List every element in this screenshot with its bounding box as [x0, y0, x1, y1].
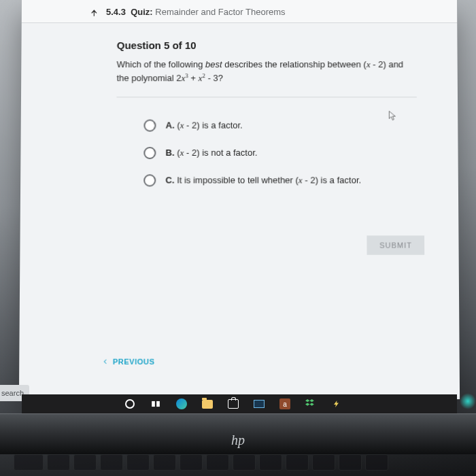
- key: [339, 454, 362, 471]
- dropbox-icon[interactable]: [305, 398, 317, 410]
- options-list: A. (x - 2) is a factor. B. (x - 2) is no…: [143, 119, 417, 186]
- prompt-tail: - 3?: [205, 73, 223, 84]
- option-c-letter: C.: [165, 175, 174, 185]
- key: [233, 454, 256, 471]
- key: [14, 454, 44, 471]
- quiz-header: 5.4.3 Quiz: Remainder and Factor Theorem…: [22, 0, 457, 23]
- question-number: Question 5 of 10: [117, 39, 417, 51]
- key: [365, 454, 388, 471]
- radio-a[interactable]: [143, 119, 156, 131]
- taskbar: a: [22, 394, 457, 413]
- key: [259, 454, 282, 471]
- previous-label: PREVIOUS: [113, 358, 155, 366]
- option-a-label: A. (x - 2) is a factor.: [166, 120, 243, 131]
- back-icon[interactable]: [90, 8, 99, 18]
- opt-b-post: - 2) is not a factor.: [184, 147, 257, 157]
- key: [180, 454, 203, 471]
- previous-link[interactable]: PREVIOUS: [102, 358, 155, 366]
- submit-button[interactable]: SUBMIT: [367, 235, 424, 254]
- key: [126, 454, 150, 471]
- option-b-label: B. (x - 2) is not a factor.: [165, 147, 257, 158]
- key: [153, 454, 176, 471]
- divider: [116, 97, 416, 97]
- prompt-text-2: describes the relationship between (: [222, 59, 367, 69]
- section-number: 5.4.3: [106, 7, 126, 17]
- header-title: 5.4.3 Quiz: Remainder and Factor Theorem…: [106, 7, 286, 17]
- folder-icon[interactable]: [201, 398, 214, 410]
- key: [312, 454, 335, 471]
- svg-rect-1: [156, 401, 160, 407]
- arrow-left-icon: [102, 358, 109, 365]
- key: [47, 454, 70, 471]
- opt-c-pre: It is impossible to tell whether (: [177, 175, 299, 185]
- store-icon[interactable]: [227, 398, 239, 410]
- opt-a-post: - 2) is a factor.: [184, 120, 242, 130]
- radio-c[interactable]: [143, 174, 156, 186]
- cortana-icon[interactable]: [124, 398, 136, 410]
- hp-logo: hp: [224, 426, 252, 454]
- key: [100, 454, 123, 471]
- prompt-text-1: Which of the following: [117, 59, 205, 69]
- svg-rect-0: [152, 401, 155, 407]
- notification-glow-icon: [460, 393, 476, 409]
- amazon-icon[interactable]: a: [279, 398, 291, 410]
- edge-icon[interactable]: [175, 398, 188, 410]
- option-b[interactable]: B. (x - 2) is not a factor.: [143, 146, 417, 158]
- quiz-label: Quiz:: [131, 7, 153, 17]
- key: [286, 454, 309, 471]
- mail-icon[interactable]: [253, 398, 265, 410]
- option-a-letter: A.: [166, 120, 175, 130]
- keyboard: [14, 454, 462, 476]
- option-a[interactable]: A. (x - 2) is a factor.: [143, 119, 417, 131]
- laptop-base: hp: [0, 413, 476, 454]
- prompt-em: best: [205, 59, 222, 69]
- quiz-title: Remainder and Factor Theorems: [155, 7, 285, 17]
- option-c-label: C. It is impossible to tell whether (x -…: [165, 175, 361, 186]
- radio-b[interactable]: [143, 146, 156, 158]
- screen-area: 5.4.3 Quiz: Remainder and Factor Theorem…: [19, 0, 460, 399]
- option-b-letter: B.: [165, 147, 174, 157]
- cursor-icon: [388, 110, 396, 121]
- content-area: Question 5 of 10 Which of the following …: [19, 23, 460, 396]
- key: [206, 454, 229, 471]
- bolt-icon[interactable]: [330, 398, 343, 410]
- plus-sign: +: [188, 73, 199, 84]
- key: [73, 454, 97, 471]
- option-c[interactable]: C. It is impossible to tell whether (x -…: [143, 174, 417, 186]
- opt-c-post: - 2) is a factor.: [303, 175, 362, 185]
- question-prompt: Which of the following best describes th…: [117, 58, 417, 86]
- task-view-icon[interactable]: [150, 398, 162, 410]
